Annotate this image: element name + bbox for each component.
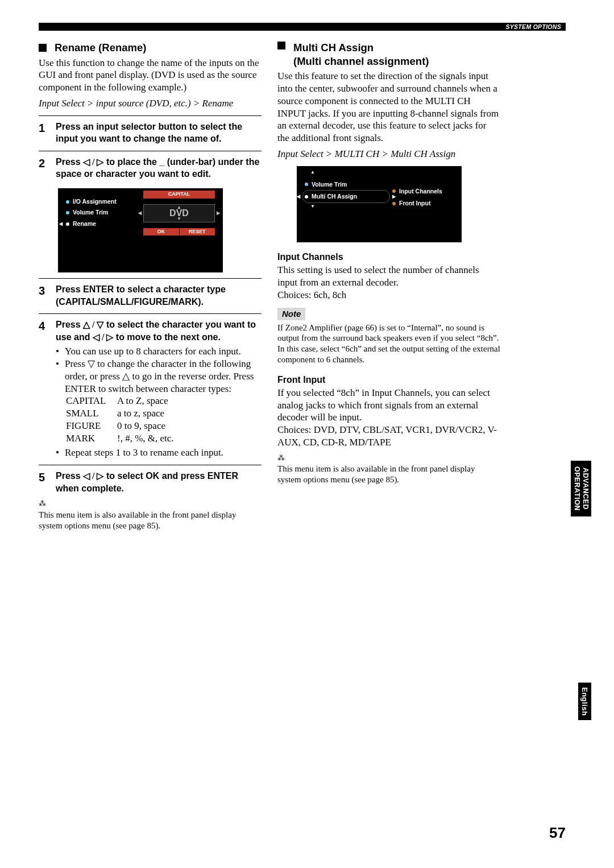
note-label: Note — [277, 308, 305, 320]
gui-menu: Volume Trim Multi CH Assign — [305, 179, 380, 203]
gui-menu-item-selected: Rename — [66, 218, 139, 229]
paragraph: This setting is used to select the numbe… — [277, 264, 500, 289]
note-text: If Zone2 Amplifier (page 66) is set to “… — [277, 323, 500, 365]
up-icon: △ — [122, 371, 130, 382]
gui-value: DVD — [169, 208, 189, 218]
left-right-icon: ◁ / ▷ — [93, 332, 113, 342]
gui-ok-reset: OK RESET — [143, 228, 215, 236]
bullet-list: •You can use up to 8 characters for each… — [56, 345, 262, 395]
section-title: Multi CH Assign — [293, 42, 374, 53]
left-column: Rename (Rename) Use this function to cha… — [39, 41, 262, 531]
step-5: 5 Press ◁ / ▷ to select OK and press ENT… — [39, 470, 262, 494]
gui-submenu-item: Front Input — [392, 197, 442, 209]
step-text: Press ◁ / ▷ to place the _ (under-bar) u… — [56, 156, 262, 180]
header-bar: SYSTEM OPTIONS — [39, 23, 566, 31]
step-text: Press △ / ▽ to select the character you … — [56, 319, 262, 343]
bullet-dot-icon: • — [56, 358, 59, 395]
down-icon: ▽ — [88, 358, 95, 369]
tip-text: This menu item is also available in the … — [39, 510, 262, 531]
bullet-dot-icon: • — [56, 447, 59, 459]
section-subtitle: (Multi channel assignment) — [293, 55, 429, 67]
step-number: 4 — [39, 319, 48, 343]
up-down-icon: △ / ▽ — [83, 320, 103, 329]
gui-multich-screenshot: ▲ Volume Trim Multi CH Assign ▼ Input Ch… — [297, 166, 462, 242]
gui-menu-item-selected: Multi CH Assign — [305, 191, 380, 202]
breadcrumb: Input Select > input source (DVD, etc.) … — [39, 97, 262, 110]
intro-text: Use this feature to set the direction of… — [277, 70, 500, 144]
section-heading-multich: Multi CH Assign (Multi channel assignmen… — [277, 41, 500, 68]
page-number: 57 — [549, 824, 566, 842]
sub-heading: Input Channels — [277, 251, 500, 263]
divider — [39, 465, 262, 465]
square-bullet-icon — [39, 44, 47, 52]
tip-text: This menu item is also available in the … — [277, 464, 500, 485]
right-column: Multi CH Assign (Multi channel assignmen… — [277, 41, 500, 531]
dot-icon — [392, 202, 396, 205]
step-text: Press an input selector button to select… — [56, 121, 262, 145]
step-number: 1 — [39, 121, 48, 145]
side-tab-advanced: ADVANCEDOPERATION — [571, 461, 591, 516]
choices: Choices: DVD, DTV, CBL/SAT, VCR1, DVR/VC… — [277, 424, 500, 449]
divider — [39, 313, 262, 314]
bullet-list: •Repeat steps 1 to 3 to rename each inpu… — [56, 447, 262, 459]
gui-value-box: ◀ DVD ▶ — [143, 204, 215, 222]
page: SYSTEM OPTIONS Rename (Rename) Use this … — [0, 0, 614, 868]
section-title: Rename (Rename) — [55, 41, 146, 55]
columns: Rename (Rename) Use this function to cha… — [39, 41, 566, 531]
caret-up-icon: ▲ — [310, 170, 315, 175]
step-4: 4 Press △ / ▽ to select the character yo… — [39, 319, 262, 343]
dot-icon — [66, 222, 69, 226]
left-right-icon: ◁ / ▷ — [83, 471, 103, 481]
tip-icon: ⁂ — [277, 453, 500, 463]
square-bullet-icon — [277, 42, 285, 49]
tip-icon: ⁂ — [39, 499, 262, 509]
gui-menu-item: I/O Assignment — [66, 196, 139, 207]
gui-submenu: Input Channels Front Input — [392, 185, 442, 210]
dot-icon — [305, 183, 308, 186]
dot-icon — [66, 200, 69, 204]
gui-reset: RESET — [180, 228, 215, 236]
intro-text: Use this function to change the name of … — [39, 57, 262, 94]
dot-icon — [305, 195, 308, 199]
dot-icon — [392, 189, 396, 193]
choices: Choices: 6ch, 8ch — [277, 289, 500, 301]
side-tab-language: English — [578, 683, 591, 720]
bullet: •You can use up to 8 characters for each… — [56, 345, 262, 358]
gui-submenu-item: Input Channels — [392, 185, 442, 197]
divider — [39, 278, 262, 279]
step-number: 2 — [39, 156, 48, 180]
bullet: • Press ▽ to change the character in the… — [56, 358, 262, 395]
step-number: 5 — [39, 470, 48, 494]
paragraph: If you selected “8ch” in Input Channels,… — [277, 387, 500, 424]
step-number: 3 — [39, 283, 48, 308]
step-text: Press ENTER to select a character type (… — [56, 283, 262, 308]
bullet: •Repeat steps 1 to 3 to rename each inpu… — [56, 447, 262, 459]
gui-capital-label: CAPITAL — [143, 191, 215, 199]
gui-ok: OK — [143, 228, 180, 236]
caret-right-icon: ▶ — [217, 205, 220, 222]
sub-heading: Front Input — [277, 374, 500, 386]
step-text: Press ◁ / ▷ to select OK and press ENTER… — [56, 470, 262, 494]
gui-menu-item: Volume Trim — [66, 207, 139, 218]
divider — [39, 151, 262, 151]
gui-menu: I/O Assignment Volume Trim Rename — [66, 196, 139, 229]
header-section: SYSTEM OPTIONS — [505, 23, 561, 31]
section-heading-rename: Rename (Rename) — [39, 41, 262, 55]
breadcrumb: Input Select > MULTI CH > Multi CH Assig… — [277, 148, 500, 160]
char-type-table: CAPITALA to Z, space SMALLa to z, space … — [66, 395, 262, 444]
divider — [39, 115, 262, 116]
step-3: 3 Press ENTER to select a character type… — [39, 283, 262, 308]
dot-icon — [66, 211, 69, 214]
gui-edit-panel: CAPITAL ◀ DVD ▶ OK RESET — [143, 191, 215, 235]
gui-menu-item: Volume Trim — [305, 179, 380, 191]
bullet-dot-icon: • — [56, 345, 59, 358]
caret-left-icon: ◀ — [138, 205, 142, 222]
left-right-icon: ◁ / ▷ — [83, 157, 103, 167]
caret-down-icon: ▼ — [310, 204, 315, 209]
gui-rename-screenshot: I/O Assignment Volume Trim Rename CAPITA… — [58, 188, 223, 272]
step-2: 2 Press ◁ / ▷ to place the _ (under-bar)… — [39, 156, 262, 180]
step-1: 1 Press an input selector button to sele… — [39, 121, 262, 145]
